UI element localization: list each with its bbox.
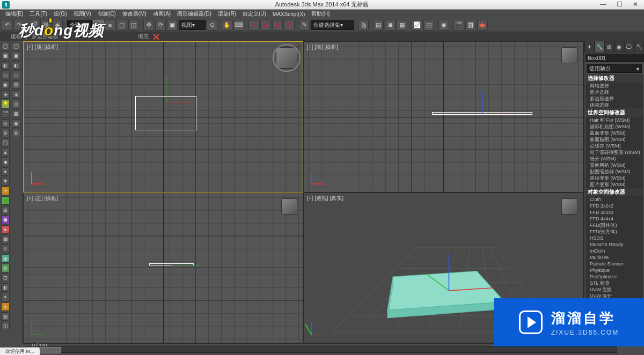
percent-snap-button[interactable]: %	[272, 20, 283, 31]
left-tool[interactable]: ▦	[12, 109, 20, 118]
left-tool[interactable]: ◐	[12, 61, 20, 70]
viewport-label[interactable]: [+] [左] [线框]	[27, 195, 58, 202]
menu-modifiers[interactable]: 修改器(M)	[119, 10, 150, 18]
modifier-item[interactable]: Particle Skinner	[586, 261, 643, 267]
render-setup-button[interactable]: 🎬	[453, 20, 464, 31]
select-region-button[interactable]: ▢	[116, 20, 127, 31]
window-crossing-button[interactable]: ◫	[128, 20, 139, 31]
modifier-item[interactable]: Hair 和 Fur (WSM)	[586, 117, 643, 123]
left-tool[interactable]: ◉	[1, 80, 10, 89]
pivot-button[interactable]: ⊙	[207, 20, 217, 31]
object-name-input[interactable]	[586, 54, 644, 62]
menu-tools[interactable]: 工具(T)	[26, 10, 50, 18]
modifier-item[interactable]: FFD 3x3x3	[586, 209, 643, 216]
left-tool[interactable]: ☀	[1, 187, 10, 195]
viewport-label[interactable]: [+] [前] [线框]	[307, 43, 338, 51]
material-editor-button[interactable]: ◉	[438, 20, 449, 31]
viewport-left[interactable]: [+] [左] [线框]	[24, 193, 303, 343]
left-tool[interactable]: 💡	[1, 100, 10, 108]
left-tool[interactable]: ●	[1, 225, 10, 234]
menu-group[interactable]: 组(G)	[50, 10, 70, 18]
menu-view[interactable]: 视图(V)	[70, 10, 94, 18]
left-tool[interactable]: ◎	[1, 119, 10, 128]
left-tool[interactable]: ▭	[1, 71, 10, 79]
render-frame-button[interactable]: 🖼	[465, 20, 476, 31]
modifier-item[interactable]: MultiRes	[586, 254, 643, 261]
modifier-item[interactable]: FFD(圆柱体)	[586, 222, 643, 228]
render-button[interactable]: 🫖	[477, 20, 488, 31]
left-tool[interactable]: ▥	[1, 312, 10, 321]
spinner-snap-button[interactable]: ⊕	[284, 20, 295, 31]
modifier-item[interactable]: 细分 (WSM)	[586, 156, 643, 162]
left-tool[interactable]: ◉	[12, 119, 20, 128]
select-name-button[interactable]: ≡	[105, 20, 115, 31]
viewport-label[interactable]: [+] [顶] [线框]	[27, 43, 58, 51]
tab-utilities[interactable]: 🔨	[634, 41, 645, 53]
modifier-item[interactable]: 面片选择	[586, 89, 643, 95]
left-tool[interactable]: ▣	[1, 51, 10, 60]
left-tool[interactable]: ◉	[1, 254, 10, 263]
scale-button[interactable]: ▣	[167, 20, 178, 31]
menu-maxscript[interactable]: MAXScript(X)	[269, 11, 309, 17]
left-tool[interactable]: ▲	[1, 148, 10, 157]
modifier-item[interactable]: 体积选择	[586, 102, 643, 108]
modifier-item[interactable]: 曲面变形 (WSM)	[586, 130, 643, 136]
viewcube-icon[interactable]	[561, 198, 577, 215]
viewcube-icon[interactable]	[276, 47, 297, 69]
left-tool[interactable]: ●	[1, 167, 10, 176]
left-tool[interactable]: ⬢	[1, 216, 10, 224]
left-tool[interactable]: ◊	[1, 245, 10, 253]
modifier-item[interactable]: MassFX RBody	[586, 241, 643, 248]
left-tool[interactable]: ●	[1, 302, 10, 311]
named-selection-dropdown[interactable]: 创建选择集 ▾	[311, 20, 354, 30]
snap-toggle-button[interactable]: ³	[248, 20, 259, 31]
ribbon-toggle-button[interactable]: ▦	[397, 20, 407, 31]
menu-render[interactable]: 渲染(R)	[215, 10, 239, 18]
modifier-item[interactable]: 贴图缩放器 (WSM)	[586, 168, 643, 175]
modifier-item[interactable]: 置换网格 (WSM)	[586, 162, 643, 168]
left-tool[interactable]: ▦	[1, 235, 10, 243]
manipulate-button[interactable]: ✋	[222, 20, 232, 31]
schematic-button[interactable]: ◰	[423, 20, 434, 31]
modifier-item[interactable]: 粒子流碰撞图形 (WSM)	[586, 149, 643, 156]
tab-modify[interactable]: 🔧	[595, 41, 605, 53]
menu-graph[interactable]: 图形编辑器(D)	[174, 10, 215, 18]
modifier-item[interactable]: 路径变形 (WSM)	[586, 175, 643, 181]
left-tool[interactable]: ◯	[1, 138, 10, 147]
viewport-label[interactable]: [+] [透视] [真实]	[307, 195, 343, 202]
modifier-dropdown[interactable]: 使用轴点 ▾	[587, 64, 642, 73]
modifier-item[interactable]: 曲面贴图 (WSM)	[586, 136, 643, 143]
menu-edit[interactable]: 编辑(E)	[2, 10, 26, 18]
modifier-item[interactable]: FFD 2x2x2	[586, 203, 643, 209]
menu-help[interactable]: 帮助(H)	[308, 10, 333, 18]
left-tool[interactable]: ▭	[12, 71, 20, 79]
left-tool[interactable]: ⊡	[1, 273, 10, 282]
viewport-front[interactable]: [+] [前] [线框]	[304, 42, 583, 192]
tab-hierarchy[interactable]: ⊞	[604, 41, 614, 53]
modifier-item[interactable]: 网格选择	[586, 83, 643, 89]
left-tool[interactable]: ◎	[12, 100, 20, 108]
bottom-script-tab[interactable]: 欢迎使用 M...	[0, 347, 40, 355]
angle-snap-button[interactable]: ∡	[260, 20, 271, 31]
modifier-item[interactable]: FFD(长方体)	[586, 228, 643, 235]
align-button[interactable]: ▤	[373, 20, 384, 31]
left-tool[interactable]: ⊞	[1, 206, 10, 215]
rotate-button[interactable]: ⟳	[155, 20, 166, 31]
keyboard-shortcut-button[interactable]: ⌨	[233, 20, 244, 31]
layers-button[interactable]: ≣	[385, 20, 396, 31]
modifier-item[interactable]: 面片变形 (WSM)	[586, 181, 643, 188]
modifier-item[interactable]: 点缓存 (WSM)	[586, 143, 643, 149]
ribbon-fill[interactable]: 填充	[138, 33, 149, 40]
tab-create[interactable]: ✦	[584, 41, 595, 53]
modifier-item[interactable]: mCloth	[586, 248, 643, 254]
modifier-item[interactable]: 多边形选择	[586, 95, 643, 102]
minimize-button[interactable]: —	[596, 0, 611, 9]
left-tool[interactable]: ◯	[1, 42, 10, 50]
modifier-item[interactable]: Physique	[586, 267, 643, 273]
left-tool[interactable]: 🌿	[1, 196, 10, 205]
left-tool[interactable]: 🎬	[1, 109, 10, 118]
curve-editor-button[interactable]: 📈	[412, 20, 422, 31]
tab-motion[interactable]: ◉	[614, 41, 625, 53]
move-button[interactable]: ✥	[143, 20, 154, 31]
modifier-item[interactable]: FFD 4x4x4	[586, 216, 643, 222]
